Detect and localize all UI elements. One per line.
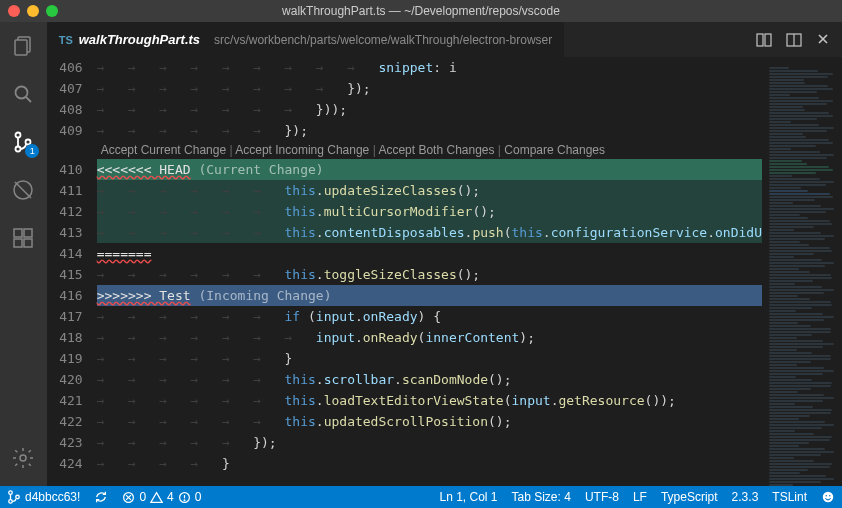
accept-current-change[interactable]: Accept Current Change bbox=[101, 143, 226, 157]
code-line[interactable]: → → → → → → this.scrollbar.scanDomNode()… bbox=[97, 369, 762, 390]
minimap[interactable] bbox=[762, 57, 842, 486]
code-line[interactable]: → → → → → → } bbox=[97, 348, 762, 369]
svg-rect-10 bbox=[24, 229, 32, 237]
svg-rect-12 bbox=[24, 239, 32, 247]
code-line[interactable]: → → → → → }); bbox=[97, 432, 762, 453]
svg-point-4 bbox=[16, 133, 21, 138]
code-line[interactable]: >>>>>>> Test (Incoming Change) bbox=[97, 285, 762, 306]
code-line[interactable]: → → → → } bbox=[97, 453, 762, 474]
svg-rect-9 bbox=[14, 229, 22, 237]
code-line[interactable]: → → → → → → this.loadTextEditorViewState… bbox=[97, 390, 762, 411]
close-tab-icon[interactable] bbox=[816, 32, 830, 48]
svg-point-30 bbox=[825, 495, 827, 497]
compare-changes[interactable]: Compare Changes bbox=[504, 143, 605, 157]
svg-rect-1 bbox=[15, 40, 27, 55]
svg-point-21 bbox=[9, 500, 13, 504]
encoding[interactable]: UTF-8 bbox=[578, 486, 626, 508]
cursor-position[interactable]: Ln 1, Col 1 bbox=[432, 486, 504, 508]
tab-walkthroughpart[interactable]: TS walkThroughPart.ts src/vs/workbench/p… bbox=[47, 22, 565, 57]
code-line[interactable]: → → → → → → → input.onReady(innerContent… bbox=[97, 327, 762, 348]
breadcrumb: src/vs/workbench/parts/welcome/walkThrou… bbox=[214, 33, 552, 47]
svg-point-13 bbox=[20, 455, 26, 461]
minimize-window-button[interactable] bbox=[27, 5, 39, 17]
titlebar: walkThroughPart.ts — ~/Development/repos… bbox=[0, 0, 842, 22]
svg-point-28 bbox=[184, 499, 185, 500]
svg-point-2 bbox=[16, 87, 28, 99]
code-line[interactable]: → → → → → → → → → snippet: i bbox=[97, 57, 762, 78]
search-icon[interactable] bbox=[9, 80, 37, 108]
git-branch[interactable]: d4bbcc63! bbox=[0, 486, 87, 508]
editor-tabs: TS walkThroughPart.ts src/vs/workbench/p… bbox=[47, 22, 842, 57]
compare-icon[interactable] bbox=[756, 32, 772, 48]
accept-incoming-change[interactable]: Accept Incoming Change bbox=[235, 143, 369, 157]
typescript-file-icon: TS bbox=[59, 34, 73, 46]
code-line[interactable]: → → → → → → this.multiCursorModifier(); bbox=[97, 201, 762, 222]
code-line[interactable]: → → → → → → this.updatedScrollPosition()… bbox=[97, 411, 762, 432]
code-line[interactable]: → → → → → → → })); bbox=[97, 99, 762, 120]
code-line[interactable]: → → → → → → this.toggleSizeClasses(); bbox=[97, 264, 762, 285]
source-control-icon[interactable]: 1 bbox=[9, 128, 37, 156]
code-line[interactable]: <<<<<<< HEAD (Current Change) bbox=[97, 159, 762, 180]
debug-icon[interactable] bbox=[9, 176, 37, 204]
eol[interactable]: LF bbox=[626, 486, 654, 508]
svg-rect-14 bbox=[757, 34, 763, 46]
extensions-icon[interactable] bbox=[9, 224, 37, 252]
ts-version[interactable]: 2.3.3 bbox=[725, 486, 766, 508]
zoom-window-button[interactable] bbox=[46, 5, 58, 17]
svg-point-20 bbox=[9, 491, 13, 495]
gutter: 4064074084094104114124134144154164174184… bbox=[47, 57, 97, 486]
activity-bar: 1 bbox=[0, 22, 47, 486]
sync-icon[interactable] bbox=[87, 486, 115, 508]
window-title: walkThroughPart.ts — ~/Development/repos… bbox=[282, 4, 560, 18]
feedback-icon[interactable] bbox=[814, 486, 842, 508]
linter[interactable]: TSLint bbox=[765, 486, 814, 508]
scm-badge: 1 bbox=[25, 144, 39, 158]
svg-point-5 bbox=[16, 147, 21, 152]
close-window-button[interactable] bbox=[8, 5, 20, 17]
split-editor-icon[interactable] bbox=[786, 32, 802, 48]
language-mode[interactable]: TypeScript bbox=[654, 486, 725, 508]
code-line[interactable]: ======= bbox=[97, 243, 762, 264]
explorer-icon[interactable] bbox=[9, 32, 37, 60]
accept-both-changes[interactable]: Accept Both Changes bbox=[378, 143, 494, 157]
svg-line-3 bbox=[26, 97, 31, 102]
code-line[interactable]: → → → → → → this.updateSizeClasses(); bbox=[97, 180, 762, 201]
statusbar: d4bbcc63! 0 4 0 Ln 1, Col 1 Tab Size: 4 … bbox=[0, 486, 842, 508]
svg-line-8 bbox=[15, 182, 31, 198]
code-line[interactable]: → → → → → → }); bbox=[97, 120, 762, 141]
editor-body[interactable]: 4064074084094104114124134144154164174184… bbox=[47, 57, 842, 486]
svg-rect-15 bbox=[765, 34, 771, 46]
code-line[interactable]: → → → → → → this.contentDisposables.push… bbox=[97, 222, 762, 243]
svg-point-31 bbox=[829, 495, 831, 497]
tab-label: walkThroughPart.ts bbox=[79, 32, 200, 47]
svg-rect-11 bbox=[14, 239, 22, 247]
tab-size[interactable]: Tab Size: 4 bbox=[505, 486, 578, 508]
code-content[interactable]: → → → → → → → → → snippet: i→ → → → → → … bbox=[97, 57, 762, 486]
merge-codelens[interactable]: Accept Current Change | Accept Incoming … bbox=[97, 141, 762, 159]
code-line[interactable]: → → → → → → → → }); bbox=[97, 78, 762, 99]
svg-point-22 bbox=[16, 495, 20, 499]
settings-gear-icon[interactable] bbox=[9, 444, 37, 472]
svg-point-29 bbox=[823, 492, 834, 503]
code-line[interactable]: → → → → → → if (input.onReady) { bbox=[97, 306, 762, 327]
window-controls bbox=[8, 5, 58, 17]
editor-area: TS walkThroughPart.ts src/vs/workbench/p… bbox=[47, 22, 842, 486]
problems[interactable]: 0 4 0 bbox=[115, 486, 208, 508]
